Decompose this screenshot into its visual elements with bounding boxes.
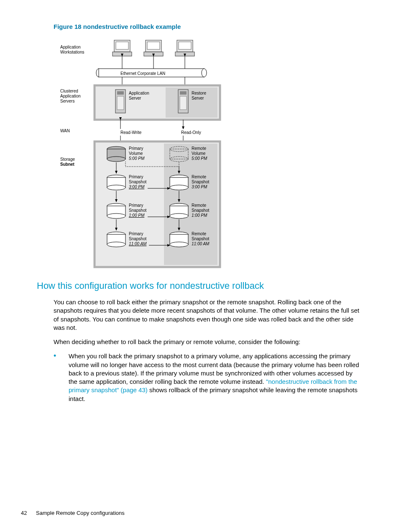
workstation-icon [144,40,163,56]
figure-caption: Figure 18 nondestructive rollback exampl… [54,23,362,30]
label-ps2t: 1:00 PM [129,213,145,218]
server-icon [115,90,125,113]
body-paragraph-2: When deciding whether to roll back the p… [54,338,362,346]
label-rs3b: Snapshot [192,236,209,241]
section-heading: How this configuration works for nondest… [37,280,362,291]
svg-rect-2 [113,52,132,56]
body-paragraph-1: You can choose to roll back either the p… [54,298,362,332]
label-app-server-1: Application [129,91,149,95]
label-ps1a: Primary [129,175,143,179]
list-item: When you roll back the primary snapshot … [54,352,362,403]
label-ps3a: Primary [129,231,143,236]
label-rs1t: 3:00 PM [192,185,207,189]
footer-title: Sample Remote Copy configurations [36,510,125,516]
label-subnet: Subnet [60,162,75,167]
label-clustered-2: Application [60,94,81,98]
svg-rect-20 [117,96,124,110]
label-rs1a: Remote [192,175,206,179]
ethernet-lan-bar: Ethernet Corporate LAN [96,69,207,77]
cylinder-primary-snapshot-2 [107,203,125,218]
page-footer: 42 Sample Remote Copy configurations [21,510,125,516]
label-ps3b: Snapshot [129,236,146,241]
cylinder-primary-volume [107,146,125,162]
label-ethernet-lan: Ethernet Corporate LAN [120,71,165,76]
bullet-list: When you roll back the primary snapshot … [54,352,362,403]
svg-rect-1 [116,42,128,49]
label-restore-2: Server [192,96,204,100]
label-pv2: Volume [129,151,143,156]
label-rs2t: 1:00 PM [192,213,207,218]
svg-point-14 [202,69,207,77]
page-number: 42 [21,510,27,516]
workstation-icon [113,40,132,56]
label-rvt: 5:00 PM [192,156,207,161]
label-rs2a: Remote [192,203,206,208]
svg-rect-23 [180,96,187,110]
label-storage: Storage [60,157,75,162]
label-ps3t: 11:00 AM [129,242,147,246]
cylinder-primary-snapshot-3 [107,232,125,247]
svg-point-51 [170,213,188,218]
svg-rect-8 [175,52,194,56]
label-rv2: Volume [192,151,206,156]
svg-rect-22 [180,91,187,95]
label-clustered-3: Servers [60,99,74,103]
label-restore-1: Restore [192,91,206,95]
label-ps1t: 3:00 PM [129,185,145,189]
cylinder-primary-snapshot-1 [107,175,125,190]
svg-rect-4 [147,42,160,49]
svg-point-42 [170,185,188,190]
svg-point-31 [107,157,125,162]
svg-rect-5 [144,52,163,56]
label-ps1b: Snapshot [129,180,146,184]
label-pvt: 5:00 PM [129,156,145,161]
label-read-write: Read-Write [120,130,142,135]
label-app-workstations: Application [60,45,81,49]
svg-point-57 [107,242,125,247]
svg-point-39 [107,185,125,190]
svg-rect-19 [117,91,124,95]
label-wan: WAN [60,129,70,133]
cylinder-remote-snapshot-2 [170,203,188,218]
svg-point-60 [170,242,188,247]
label-rs3a: Remote [192,231,206,236]
label-clustered-1: Clustered [60,89,78,93]
svg-point-48 [107,213,125,218]
label-pv1: Primary [129,146,143,151]
label-ps2b: Snapshot [129,208,146,213]
label-rs1b: Snapshot [192,180,209,184]
label-rs3t: 11:00 AM [192,242,210,246]
label-rv1: Remote [192,146,206,151]
cylinder-remote-snapshot-1 [170,175,188,190]
diagram-nondestructive-rollback: Application Workstations Ethernet Corpor [54,36,362,270]
label-app-workstations-2: Workstations [60,50,84,54]
cylinder-remote-snapshot-3 [170,232,188,247]
label-app-server-2: Server [129,96,141,100]
server-icon [178,90,188,113]
label-read-only: Read-Only [181,130,201,135]
svg-rect-7 [179,42,191,49]
workstation-icon [175,40,194,56]
label-rs2b: Snapshot [192,208,209,213]
label-ps2a: Primary [129,203,143,208]
